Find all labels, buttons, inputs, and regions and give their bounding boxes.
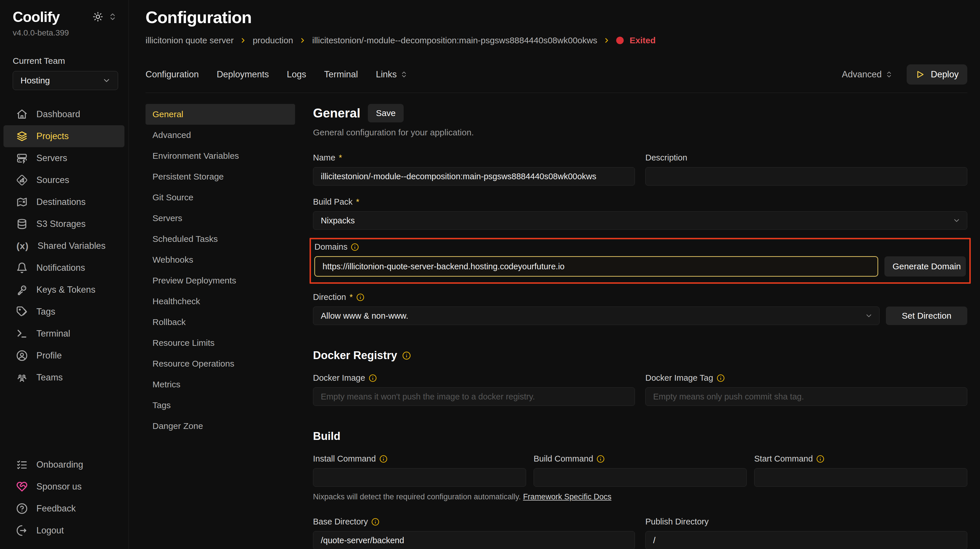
set-direction-button[interactable]: Set Direction	[886, 306, 967, 325]
subnav-danger-zone[interactable]: Danger Zone	[146, 416, 295, 436]
sidebar-item-onboarding[interactable]: Onboarding	[3, 454, 124, 476]
subnav-resource-operations[interactable]: Resource Operations	[146, 353, 295, 374]
build-pack-select[interactable]: Nixpacks	[313, 211, 967, 230]
sidebar-item-label: Shared Variables	[38, 241, 106, 251]
sidebar-item-servers[interactable]: Servers	[3, 147, 124, 169]
git-source-icon	[16, 175, 28, 186]
sidebar-item-keys-tokens[interactable]: Keys & Tokens	[3, 279, 124, 301]
chevron-right-icon	[299, 36, 306, 44]
sidebar-item-label: Notifications	[37, 263, 85, 273]
sidebar-item-logout[interactable]: Logout	[3, 520, 124, 541]
build-command-label: Build Command	[534, 454, 593, 463]
sidebar-item-teams[interactable]: Teams	[3, 367, 124, 389]
build-command-input[interactable]	[534, 468, 747, 487]
sidebar-item-tags[interactable]: Tags	[3, 301, 124, 323]
tab-logs[interactable]: Logs	[287, 69, 306, 80]
tab-deployments[interactable]: Deployments	[216, 69, 269, 80]
subnav-git-source[interactable]: Git Source	[146, 187, 295, 208]
name-field-group: Name*	[313, 153, 635, 186]
direction-field-group: Direction* Allow www & non-www. Set Dire…	[313, 292, 967, 325]
description-input[interactable]	[645, 167, 967, 186]
subnav-resource-limits[interactable]: Resource Limits	[146, 333, 295, 353]
breadcrumb: illicitonion quote server production ill…	[146, 35, 967, 45]
sidebar-item-label: Terminal	[37, 328, 70, 339]
subnav-persistent-storage[interactable]: Persistent Storage	[146, 166, 295, 187]
direction-select[interactable]: Allow www & non-www.	[313, 306, 880, 325]
base-directory-input[interactable]	[313, 531, 635, 549]
build-pack-value: Nixpacks	[321, 216, 355, 225]
sun-icon[interactable]	[93, 11, 103, 22]
chevron-down-icon	[953, 216, 961, 225]
app-logo: Coolify	[13, 9, 59, 25]
generate-domain-button[interactable]: Generate Domain	[885, 256, 966, 276]
build-pack-field-group: Build Pack* Nixpacks	[313, 197, 967, 230]
advanced-dropdown[interactable]: Advanced	[842, 69, 893, 80]
subnav-environment-variables[interactable]: Environment Variables	[146, 146, 295, 166]
sidebar-item-projects[interactable]: Projects	[3, 125, 124, 147]
breadcrumb-project[interactable]: illicitonion quote server	[146, 35, 234, 45]
chevron-down-icon	[102, 76, 111, 85]
team-select[interactable]: Hosting	[13, 71, 118, 90]
sidebar-item-label: Servers	[37, 153, 67, 163]
subnav-general[interactable]: General	[146, 104, 295, 125]
sidebar-item-profile[interactable]: Profile	[3, 344, 124, 367]
chevrons-up-down-icon[interactable]	[108, 13, 117, 21]
sidebar-item-notifications[interactable]: Notifications	[3, 257, 124, 279]
status-badge: Exited	[630, 35, 655, 45]
info-icon	[402, 351, 411, 360]
sidebar-item-sources[interactable]: Sources	[3, 169, 124, 191]
sidebar-item-destinations[interactable]: Destinations	[3, 191, 124, 213]
sidebar-item-terminal[interactable]: Terminal	[3, 323, 124, 344]
name-input[interactable]	[313, 167, 635, 186]
domains-input[interactable]	[315, 256, 878, 276]
sidebar-item-dashboard[interactable]: Dashboard	[3, 103, 124, 125]
subnav-tags[interactable]: Tags	[146, 395, 295, 416]
tab-links[interactable]: Links	[376, 69, 408, 80]
breadcrumb-resource[interactable]: illicitestonion/-module--decomposition:m…	[312, 35, 597, 45]
sidebar-item-s3-storages[interactable]: S3 Storages	[3, 213, 124, 235]
chevrons-up-down-icon	[885, 71, 893, 78]
subnav-healthcheck[interactable]: Healthcheck	[146, 291, 295, 312]
sidebar-item-sponsor-us[interactable]: Sponsor us	[3, 476, 124, 498]
info-icon	[351, 243, 359, 251]
deploy-button[interactable]: Deploy	[907, 64, 967, 84]
subnav-metrics[interactable]: Metrics	[146, 374, 295, 395]
docker-image-tag-input[interactable]	[645, 387, 967, 406]
status-dot-icon	[616, 36, 624, 44]
tab-configuration[interactable]: Configuration	[146, 69, 199, 80]
sidebar-nav: Dashboard Projects Servers Sources Desti…	[0, 103, 129, 389]
subnav-servers[interactable]: Servers	[146, 208, 295, 228]
name-label: Name	[313, 153, 335, 162]
sidebar-item-label: Onboarding	[37, 460, 83, 470]
sidebar-item-label: Tags	[37, 306, 55, 317]
subnav-preview-deployments[interactable]: Preview Deployments	[146, 270, 295, 291]
docker-image-input[interactable]	[313, 387, 635, 406]
subnav-rollback[interactable]: Rollback	[146, 312, 295, 333]
play-icon	[915, 70, 925, 79]
sidebar-footer: Onboarding Sponsor us Feedback Logout	[0, 454, 129, 541]
chevron-right-icon	[603, 36, 610, 44]
users-icon	[16, 372, 28, 383]
framework-docs-link[interactable]: Framework Specific Docs	[523, 492, 611, 501]
breadcrumb-environment[interactable]: production	[253, 35, 293, 45]
key-icon	[16, 284, 28, 295]
publish-directory-input[interactable]	[645, 531, 967, 549]
server-icon	[16, 152, 28, 164]
info-icon	[371, 518, 379, 526]
install-command-input[interactable]	[313, 468, 526, 487]
sidebar-item-feedback[interactable]: Feedback	[3, 498, 124, 520]
page-title: Configuration	[146, 8, 967, 27]
info-icon	[597, 455, 605, 463]
subnav-webhooks[interactable]: Webhooks	[146, 249, 295, 270]
description-label: Description	[645, 153, 687, 162]
subnav-scheduled-tasks[interactable]: Scheduled Tasks	[146, 228, 295, 249]
subnav-advanced[interactable]: Advanced	[146, 125, 295, 146]
main-content: Configuration illicitonion quote server …	[129, 0, 980, 549]
start-command-input[interactable]	[754, 468, 967, 487]
tab-terminal[interactable]: Terminal	[324, 69, 358, 80]
sidebar-item-label: Keys & Tokens	[37, 285, 95, 295]
docker-image-tag-label: Docker Image Tag	[645, 373, 713, 383]
layers-icon	[16, 130, 28, 142]
sidebar-item-shared-variables[interactable]: (x) Shared Variables	[3, 235, 124, 257]
save-button[interactable]: Save	[368, 104, 404, 122]
